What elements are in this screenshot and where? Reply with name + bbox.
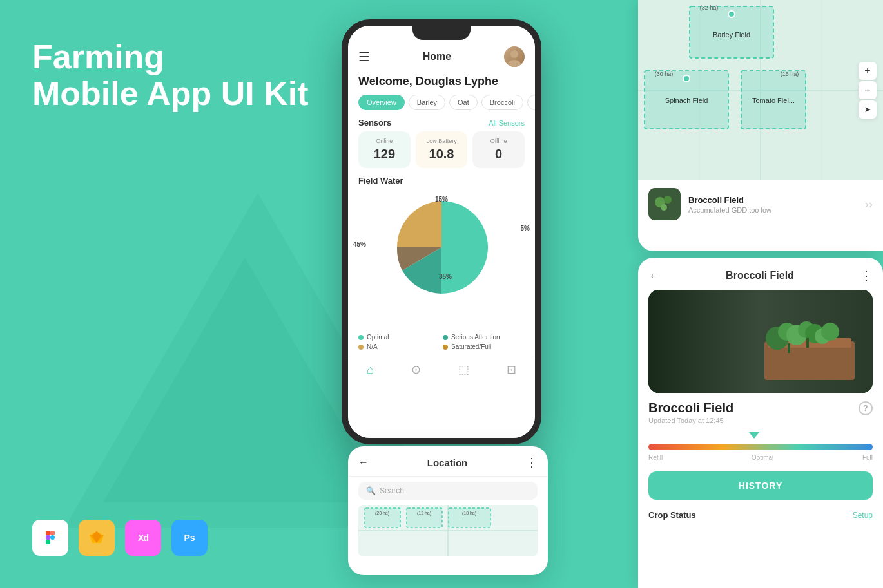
legend-label-serious: Serious Attention xyxy=(451,334,500,341)
moisture-optimal-label: Optimal xyxy=(752,454,773,461)
nav-location-icon[interactable]: ⊙ xyxy=(411,363,421,377)
xd-icon: Xd xyxy=(125,520,161,556)
svg-point-30 xyxy=(683,75,690,82)
legend-label-na: N/A xyxy=(367,343,378,350)
search-icon: 🔍 xyxy=(366,486,376,495)
svg-text:(12 ha): (12 ha) xyxy=(417,511,431,516)
help-icon[interactable]: ? xyxy=(859,401,873,415)
ps-icon: Ps xyxy=(171,520,208,556)
filter-oat[interactable]: Oat xyxy=(449,95,478,110)
svg-text:Tomato Fiel...: Tomato Fiel... xyxy=(752,97,795,104)
filter-tabs: Overview Barley Oat Broccoli Spin... xyxy=(348,95,535,118)
setup-link[interactable]: Setup xyxy=(853,511,873,520)
moisture-full-label: Full xyxy=(862,454,873,461)
detail-title: Broccoli Field xyxy=(726,270,794,281)
svg-point-10 xyxy=(508,60,521,67)
alert-title: Broccoli Field xyxy=(688,195,857,205)
sensor-online-value: 129 xyxy=(365,147,404,162)
field-water-label: Field Water xyxy=(348,176,535,189)
detail-back-button[interactable]: ← xyxy=(648,269,660,283)
filter-overview[interactable]: Overview xyxy=(358,95,405,110)
phone-frame: ☰ Home Welcome, Douglas Lyphe Overview B… xyxy=(342,19,541,444)
alert-card[interactable]: Broccoli Field Accumulated GDD too low ›… xyxy=(638,180,883,228)
location-more-button[interactable]: ⋮ xyxy=(526,455,538,469)
svg-point-39 xyxy=(661,204,667,211)
sensors-label: Sensors xyxy=(358,118,391,128)
filter-barley[interactable]: Barley xyxy=(409,95,445,110)
history-button[interactable]: HISTORY xyxy=(648,471,873,500)
alert-chevron-icon: ›› xyxy=(865,198,873,211)
svg-rect-2 xyxy=(46,535,50,540)
welcome-text: Welcome, Douglas Lyphe xyxy=(348,72,535,95)
location-map-preview: (23 ha) (12 ha) (18 ha) xyxy=(358,505,538,556)
chart-legend: Optimal Serious Attention N/A Saturated/… xyxy=(348,334,535,350)
nav-home-icon[interactable]: ⌂ xyxy=(367,363,374,377)
pie-chart: 45% 15% 5% 35% xyxy=(348,189,535,331)
legend-label-optimal: Optimal xyxy=(367,334,389,341)
legend-na: N/A xyxy=(358,343,440,350)
bottom-nav: ⌂ ⊙ ⬚ ⊡ xyxy=(348,356,535,383)
svg-point-26 xyxy=(728,11,735,17)
moisture-triangle-icon xyxy=(745,432,755,439)
hero-title-line1: Farming xyxy=(32,38,164,75)
location-title: Location xyxy=(427,457,468,468)
moisture-labels: Refill Optimal Full xyxy=(648,454,873,461)
detail-more-button[interactable]: ⋮ xyxy=(860,268,873,283)
phone-notch xyxy=(412,26,471,40)
broccoli-detail-panel: ← Broccoli Field ⋮ xyxy=(638,258,883,588)
location-header: ← Location ⋮ xyxy=(348,446,548,477)
all-sensors-link[interactable]: All Sensors xyxy=(489,119,525,127)
sensor-battery-value: 10.8 xyxy=(422,147,461,162)
field-name-detail: Broccoli Field ? xyxy=(638,401,883,417)
svg-text:(23 ha): (23 ha) xyxy=(375,511,389,516)
sensor-online-label: Online xyxy=(365,138,404,144)
field-name-text: Broccoli Field xyxy=(648,401,733,415)
svg-rect-3 xyxy=(46,540,50,544)
sensor-battery-card: Low Battery 10.8 xyxy=(416,131,468,168)
filter-spin[interactable]: Spin... xyxy=(527,95,535,110)
broccoli-image xyxy=(648,290,873,393)
map-zoom-out-button[interactable]: − xyxy=(859,81,877,99)
moisture-indicator xyxy=(648,432,873,441)
map-location-button[interactable]: ➤ xyxy=(859,100,877,119)
hamburger-icon[interactable]: ☰ xyxy=(358,49,370,64)
location-screen: ← Location ⋮ 🔍 Search (23 ha) (12 ha) (1… xyxy=(348,446,548,575)
legend-dot-serious xyxy=(443,335,448,340)
pct-45: 45% xyxy=(353,241,366,248)
legend-saturated: Saturated/Full xyxy=(443,343,525,350)
nav-chart-icon[interactable]: ⬚ xyxy=(458,363,469,377)
hero-section: Farming Mobile App UI Kit xyxy=(32,39,308,112)
svg-text:(30 ha): (30 ha) xyxy=(655,71,674,77)
location-back-button[interactable]: ← xyxy=(358,457,369,468)
location-search-bar[interactable]: 🔍 Search xyxy=(358,482,538,500)
legend-serious: Serious Attention xyxy=(443,334,525,341)
crop-status-label: Crop Status xyxy=(648,510,696,520)
svg-text:Spinach Field: Spinach Field xyxy=(665,97,708,104)
nav-profile-icon[interactable]: ⊡ xyxy=(507,363,516,377)
hero-title-line2: Mobile App UI Kit xyxy=(32,75,308,112)
filter-broccoli[interactable]: Broccoli xyxy=(481,95,523,110)
sensor-offline-label: Offline xyxy=(479,138,518,144)
map-zoom-in-button[interactable]: + xyxy=(859,62,877,80)
legend-label-saturated: Saturated/Full xyxy=(451,343,491,350)
user-avatar[interactable] xyxy=(504,46,525,67)
phone-mockup: ☰ Home Welcome, Douglas Lyphe Overview B… xyxy=(342,19,541,444)
svg-rect-1 xyxy=(50,531,55,535)
sensor-offline-value: 0 xyxy=(479,147,518,162)
updated-text: Updated Today at 12:45 xyxy=(638,417,883,432)
svg-point-9 xyxy=(510,50,518,58)
moisture-refill-label: Refill xyxy=(648,454,663,461)
legend-dot-na xyxy=(358,345,364,350)
sensor-battery-label: Low Battery xyxy=(422,138,461,144)
alert-info: Broccoli Field Accumulated GDD too low xyxy=(688,195,857,214)
home-title: Home xyxy=(423,51,451,62)
svg-point-51 xyxy=(821,323,839,341)
svg-rect-0 xyxy=(46,531,50,535)
svg-text:(18 ha): (18 ha) xyxy=(462,511,476,516)
pct-15: 15% xyxy=(435,196,448,203)
crop-status-header: Crop Status Setup xyxy=(638,510,883,520)
figma-icon xyxy=(32,520,68,556)
map-panel: Barley Field (32 ha) Spinach Field (30 h… xyxy=(638,0,883,251)
svg-point-38 xyxy=(664,196,672,204)
pct-35: 35% xyxy=(439,273,452,280)
